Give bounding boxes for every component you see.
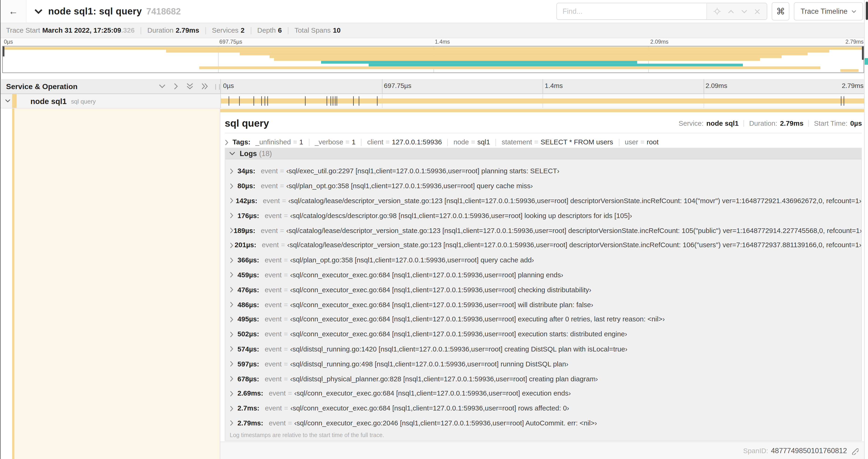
minimap-right-drag-handle[interactable]	[862, 46, 864, 60]
log-marker[interactable]	[353, 96, 354, 106]
clear-find-close-icon[interactable]	[754, 9, 760, 14]
span-row-timeline[interactable]	[220, 94, 864, 108]
tag-item[interactable]: _verbose=1	[315, 138, 355, 146]
log-marker[interactable]	[327, 96, 327, 106]
tag-item[interactable]: node=sql1	[454, 138, 490, 146]
log-marker[interactable]	[377, 96, 378, 106]
log-entry[interactable]: 502µs:event=‹sql/conn_executor_exec.go:6…	[225, 327, 862, 342]
chevron-right-icon[interactable]	[230, 331, 238, 337]
span-row-name-column[interactable]: node sql1 sql query	[0, 94, 220, 108]
log-entry[interactable]: 366µs:event=‹sql/plan_opt.go:358 [nsql1,…	[225, 253, 862, 268]
log-marker[interactable]	[229, 96, 229, 106]
keyboard-shortcuts-button[interactable]: ⌘	[772, 2, 789, 20]
chevron-right-icon[interactable]	[230, 391, 238, 397]
log-entry[interactable]: 189µs:event=‹sql/catalog/lease/descripto…	[225, 223, 862, 238]
tag-item[interactable]: statement=SELECT * FROM users	[502, 138, 613, 146]
log-marker[interactable]	[267, 96, 268, 106]
log-entry[interactable]: 2.7ms:event=‹sql/conn_executor_exec.go:6…	[225, 401, 862, 416]
chevron-right-icon[interactable]	[230, 361, 238, 367]
chevron-right-icon[interactable]	[230, 183, 238, 189]
log-entry[interactable]: 176µs:event=‹sql/catalog/descs/descripto…	[225, 208, 862, 223]
logs-label: Logs	[240, 150, 257, 158]
scrollbar-thumb[interactable]	[865, 2, 868, 20]
log-marker[interactable]	[359, 96, 359, 106]
span-detail-header: sql query Service:node sql1Duration:2.79…	[225, 115, 862, 132]
chevron-right-icon[interactable]	[230, 287, 238, 293]
column-resize-grip[interactable]	[215, 84, 220, 90]
tags-chevron-right-icon[interactable]	[225, 139, 229, 145]
logs-accordion-header[interactable]: Logs (18)	[225, 148, 862, 159]
focus-target-icon[interactable]	[714, 8, 721, 15]
equals-sign: =	[282, 197, 286, 205]
expand-all-double-chevron-right-icon[interactable]	[202, 83, 208, 90]
collapse-all-double-chevron-down-icon[interactable]	[187, 83, 193, 90]
log-entry[interactable]: 2.69ms:event=‹sql/conn_executor_exec.go:…	[225, 386, 862, 401]
chevron-right-icon[interactable]	[230, 272, 238, 278]
minimap-canvas[interactable]	[2, 46, 864, 73]
span-row[interactable]: node sql1 sql query	[0, 94, 864, 108]
log-entry[interactable]: 486µs:event=‹sql/conn_executor_exec.go:6…	[225, 297, 862, 312]
log-marker[interactable]	[239, 96, 240, 106]
trace-timeline-page: ← node sql1: sql query 7418682	[0, 0, 868, 459]
log-marker[interactable]	[261, 96, 262, 106]
chevron-right-icon[interactable]	[230, 198, 236, 204]
log-entry[interactable]: 2.79ms:event=‹sql/conn_executor_exec.go:…	[225, 416, 862, 431]
view-select-button[interactable]: Trace Timeline	[794, 2, 863, 20]
deep-link-icon[interactable]	[851, 447, 859, 455]
service-operation-header: Service & Operation	[0, 79, 220, 94]
tag-item[interactable]: _unfinished=1	[255, 138, 303, 146]
log-marker[interactable]	[254, 96, 254, 106]
log-entry[interactable]: 142µs:event=‹sql/catalog/lease/descripto…	[225, 193, 862, 208]
chevron-right-icon[interactable]	[230, 302, 238, 308]
expanded-span-accent	[12, 108, 14, 459]
log-entry[interactable]: 459µs:event=‹sql/conn_executor_exec.go:6…	[225, 267, 862, 283]
chevron-right-icon[interactable]	[230, 257, 238, 263]
tag-item[interactable]: user=root	[625, 138, 658, 146]
log-entry[interactable]: 495µs:event=‹sql/conn_executor_exec.go:6…	[225, 312, 862, 327]
log-entry[interactable]: 201µs:event=‹sql/catalog/lease/descripto…	[225, 238, 862, 253]
logs-chevron-down-icon[interactable]	[229, 152, 235, 156]
log-entry[interactable]: 80µs:event=‹sql/plan_opt.go:358 [nsql1,c…	[225, 179, 862, 194]
chevron-right-icon[interactable]	[230, 213, 238, 219]
expand-one-chevron-right-icon[interactable]	[174, 83, 178, 90]
find-prev-chevron-up-icon[interactable]	[728, 9, 734, 13]
log-entry[interactable]: 476µs:event=‹sql/conn_executor_exec.go:6…	[225, 283, 862, 297]
stat-value: 6	[278, 27, 282, 34]
back-button[interactable]: ←	[0, 0, 27, 23]
log-marker[interactable]	[305, 96, 306, 106]
span-duration-bar[interactable]	[221, 98, 864, 103]
equals-sign: =	[284, 271, 288, 279]
log-entry[interactable]: 597µs:event=‹sql/distsql_running.go:498 …	[225, 357, 862, 371]
log-field-key: event	[265, 256, 282, 264]
tags-accordion[interactable]: Tags: _unfinished=1_verbose=1client=127.…	[225, 137, 862, 147]
log-timestamp: 459µs:	[238, 271, 259, 279]
log-entry[interactable]: 34µs:event=‹sql/exec_util.go:2297 [nsql1…	[225, 164, 862, 179]
chevron-right-icon[interactable]	[230, 242, 235, 249]
log-marker[interactable]	[333, 96, 334, 106]
chevron-right-icon[interactable]	[230, 376, 238, 382]
log-marker[interactable]	[335, 96, 336, 106]
minimap-span	[3, 47, 864, 50]
log-entry[interactable]: 574µs:event=‹sql/distsql_running.go:1420…	[225, 342, 862, 357]
log-marker[interactable]	[265, 96, 265, 106]
collapse-one-chevron-down-icon[interactable]	[159, 84, 165, 89]
chevron-right-icon[interactable]	[230, 346, 238, 352]
log-marker[interactable]	[331, 96, 331, 106]
tag-item[interactable]: client=127.0.0.1:59936	[367, 138, 442, 146]
log-marker[interactable]	[337, 96, 337, 106]
log-marker[interactable]	[841, 96, 842, 106]
tag-value: 1	[352, 138, 355, 146]
span-collapse-chevron-down-icon[interactable]	[5, 99, 10, 103]
chevron-right-icon[interactable]	[230, 227, 234, 233]
chevron-right-icon[interactable]	[230, 420, 238, 426]
chevron-right-icon[interactable]	[230, 405, 238, 412]
find-next-chevron-down-icon[interactable]	[741, 9, 747, 13]
log-marker[interactable]	[843, 96, 844, 106]
find-input[interactable]	[557, 3, 707, 19]
minimap-left-drag-handle[interactable]	[3, 46, 4, 57]
chevron-right-icon[interactable]	[230, 168, 238, 174]
chevron-right-icon[interactable]	[230, 317, 238, 323]
log-entry[interactable]: 678µs:event=‹sql/distsql_physical_planne…	[225, 371, 862, 386]
trace-collapse-chevron-down-icon[interactable]	[34, 9, 43, 14]
vertical-scrollbar[interactable]	[864, 0, 868, 459]
